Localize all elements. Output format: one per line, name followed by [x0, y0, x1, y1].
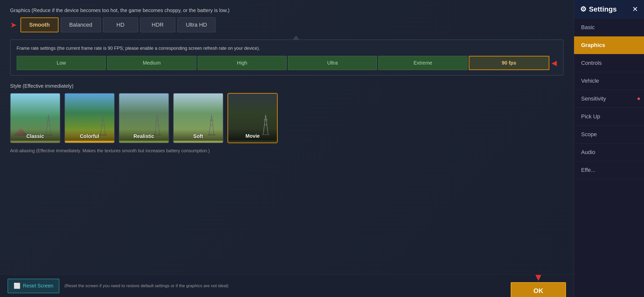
- style-classic-label: Classic: [11, 129, 60, 141]
- quality-hd-btn[interactable]: HD: [103, 17, 138, 32]
- fps-extreme-btn[interactable]: Extreme: [378, 56, 467, 70]
- style-soft-card[interactable]: Soft: [173, 93, 223, 143]
- sidebar-item-vehicle[interactable]: Vehicle: [574, 72, 644, 90]
- reset-screen-btn[interactable]: ⬜ Reset Screen: [8, 279, 59, 293]
- reset-icon: ⬜: [14, 283, 20, 289]
- reset-label: Reset Screen: [23, 283, 53, 289]
- sidebar-item-sensitivity[interactable]: Sensitivity: [574, 90, 644, 108]
- sidebar-graphics-label: Graphics: [581, 42, 605, 48]
- settings-gear-icon: ⚙: [580, 5, 586, 13]
- graphics-note: Graphics (Reduce if the device becomes t…: [10, 8, 564, 13]
- main-content: Graphics (Reduce if the device becomes t…: [0, 0, 574, 297]
- style-label: Style (Effective immediately): [10, 83, 564, 89]
- sidebar-item-audio[interactable]: Audio: [574, 143, 644, 161]
- fps-row: Low Medium High Ultra Extreme 90 fps ◀: [17, 56, 557, 70]
- framerate-box: Frame rate settings (the current frame r…: [10, 39, 564, 76]
- smooth-arrow-container: ➤: [10, 17, 18, 32]
- sidebar-item-scope[interactable]: Scope: [574, 126, 644, 143]
- sidebar-effects-label: Effe...: [581, 167, 595, 173]
- sidebar-item-graphics[interactable]: Graphics: [574, 36, 644, 54]
- ok-section: ▼ OK: [511, 272, 566, 297]
- sidebar-pickup-label: Pick Up: [581, 113, 600, 120]
- quality-row: ➤ Smooth Balanced HD HDR Ultra HD: [10, 17, 564, 32]
- fps-high-btn[interactable]: High: [197, 56, 287, 70]
- style-movie-card[interactable]: Movie: [227, 93, 278, 143]
- style-soft-label: Soft: [174, 129, 223, 141]
- style-movie-label: Movie: [228, 129, 277, 140]
- style-classic-card[interactable]: Classic: [10, 93, 60, 143]
- close-btn[interactable]: ✕: [632, 5, 638, 13]
- quality-ultrahd-btn[interactable]: Ultra HD: [177, 17, 216, 32]
- quality-balanced-btn[interactable]: Balanced: [61, 17, 101, 32]
- down-arrow-icon: ▼: [533, 272, 543, 282]
- settings-title-label: Settings: [589, 5, 617, 13]
- style-realistic-label: Realistic: [119, 129, 169, 141]
- sidebar-item-controls[interactable]: Controls: [574, 54, 644, 72]
- sidebar-item-pickup[interactable]: Pick Up: [574, 108, 644, 126]
- sidebar: ⚙ Settings ✕ Basic Graphics Controls Veh…: [574, 0, 644, 297]
- style-realistic-card[interactable]: Realistic: [119, 93, 169, 143]
- style-colorful-label: Colorful: [65, 129, 114, 141]
- bottom-bar: ⬜ Reset Screen (Reset the screen if you …: [0, 274, 574, 297]
- fps-90-btn[interactable]: 90 fps: [469, 56, 549, 70]
- sidebar-item-effects[interactable]: Effe...: [574, 161, 644, 179]
- fps-arrow-icon: ◀: [551, 59, 557, 67]
- sidebar-vehicle-label: Vehicle: [581, 78, 599, 84]
- fps-low-btn[interactable]: Low: [17, 56, 106, 70]
- sidebar-controls-label: Controls: [581, 60, 602, 66]
- sidebar-sensitivity-label: Sensitivity: [581, 95, 606, 102]
- smooth-arrow-icon: ➤: [10, 20, 17, 30]
- sidebar-scope-label: Scope: [581, 131, 597, 137]
- quality-smooth-btn[interactable]: Smooth: [20, 17, 59, 32]
- sidebar-title: ⚙ Settings: [580, 5, 617, 13]
- style-cards: Classic Colorful Realist: [10, 93, 564, 143]
- sidebar-header: ⚙ Settings ✕: [574, 0, 644, 19]
- sidebar-audio-label: Audio: [581, 149, 595, 155]
- fps-medium-btn[interactable]: Medium: [107, 56, 196, 70]
- fps-ultra-btn[interactable]: Ultra: [288, 56, 377, 70]
- anti-alias-text: Anti-aliasing (Effective immediately. Ma…: [10, 148, 564, 154]
- sidebar-basic-label: Basic: [581, 24, 595, 30]
- framerate-desc: Frame rate settings (the current frame r…: [17, 45, 557, 52]
- quality-hdr-btn[interactable]: HDR: [140, 17, 175, 32]
- reset-desc: (Reset the screen if you need to restore…: [64, 283, 506, 288]
- sidebar-item-basic[interactable]: Basic: [574, 19, 644, 36]
- ok-btn[interactable]: OK: [511, 282, 566, 297]
- sensitivity-dot: [637, 97, 640, 100]
- style-colorful-card[interactable]: Colorful: [64, 93, 115, 143]
